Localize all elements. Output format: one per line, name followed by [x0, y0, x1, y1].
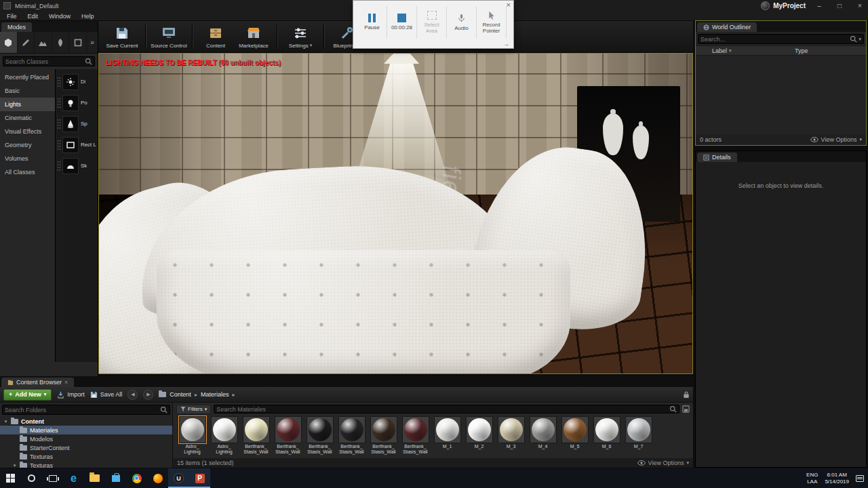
- material-thumbnail[interactable]: [530, 416, 557, 443]
- category-cinematic[interactable]: Cinematic: [0, 111, 55, 125]
- caret-down-icon[interactable]: ▾: [859, 37, 861, 42]
- world-outliner-search-input[interactable]: [701, 36, 848, 43]
- material-thumbnail[interactable]: [243, 416, 270, 443]
- material-thumbnail[interactable]: [402, 416, 429, 443]
- folder-row-content[interactable]: ▾Content: [0, 417, 172, 426]
- add-new-button[interactable]: + Add New ▾: [3, 389, 52, 401]
- material-thumbnail[interactable]: [211, 416, 238, 443]
- drag-grip-icon[interactable]: [57, 140, 60, 150]
- select-area-button[interactable]: Select Area: [417, 6, 447, 39]
- drag-grip-icon[interactable]: [57, 98, 60, 108]
- drag-grip-icon[interactable]: [57, 119, 60, 129]
- view-options-button[interactable]: View Options ▾: [810, 136, 862, 143]
- record-pointer-button[interactable]: Record Pointer: [477, 6, 507, 39]
- back-button[interactable]: ◀: [127, 390, 138, 400]
- store-button[interactable]: [105, 468, 126, 488]
- asset-tile-astro-lighting-1[interactable]: Astro_Lighting: [177, 416, 208, 458]
- search-folders-input[interactable]: [5, 407, 159, 413]
- breadcrumb-materiales[interactable]: Materiales: [201, 391, 229, 398]
- material-thumbnail[interactable]: [593, 416, 620, 443]
- save-search-icon[interactable]: [682, 405, 690, 413]
- start-button[interactable]: [0, 468, 21, 488]
- menu-file[interactable]: File: [7, 13, 17, 20]
- folder-row-startercontent[interactable]: StarterContent: [0, 443, 172, 452]
- folder-row-modelos[interactable]: Modelos: [0, 434, 172, 443]
- mode-tab-foliage[interactable]: [52, 32, 70, 53]
- taskbar-search-button[interactable]: [21, 468, 42, 488]
- mode-tab-place[interactable]: [0, 32, 18, 53]
- clock[interactable]: 6:01 AM 5/14/2019: [825, 472, 849, 485]
- material-thumbnail[interactable]: [434, 416, 461, 443]
- tab-modes[interactable]: Modes: [1, 22, 32, 32]
- asset-tile-bertfrank-2[interactable]: Bertfrank_Stasis_Wall: [273, 416, 303, 458]
- folder-row-texturas[interactable]: Texturas: [0, 452, 172, 461]
- light-item-rect[interactable]: Rect L: [56, 134, 98, 155]
- asset-tile-astro-lighting-2[interactable]: Astro_Lighting: [209, 416, 239, 458]
- close-tab-icon[interactable]: ×: [64, 379, 68, 386]
- material-thumbnail[interactable]: [498, 416, 525, 443]
- tab-details[interactable]: Details: [697, 152, 737, 162]
- asset-tile-m3[interactable]: M_3: [496, 416, 526, 458]
- drag-grip-icon[interactable]: [57, 77, 60, 87]
- material-thumbnail[interactable]: [625, 416, 652, 443]
- asset-tile-m5[interactable]: M_5: [559, 416, 590, 458]
- tab-world-outliner[interactable]: World Outliner: [697, 22, 757, 32]
- menu-help[interactable]: Help: [81, 13, 94, 20]
- crumb-arrow-icon[interactable]: ▸: [232, 392, 235, 398]
- content-button[interactable]: Content: [197, 22, 234, 52]
- filters-button[interactable]: Filters ▾: [176, 405, 211, 414]
- asset-tile-bertfrank-5[interactable]: Bertfrank_Stasis_Wall: [368, 416, 399, 458]
- recorder-expand-icon[interactable]: →: [502, 41, 509, 47]
- asset-tile-bertfrank-3[interactable]: Bertfrank_Stasis_Wall: [304, 416, 335, 458]
- mode-tab-geometry[interactable]: [69, 32, 87, 53]
- drag-grip-icon[interactable]: [57, 161, 60, 171]
- world-outliner-list[interactable]: [696, 56, 866, 134]
- category-recently-placed[interactable]: Recently Placed: [0, 70, 55, 84]
- asset-tile-m2[interactable]: M_2: [464, 416, 494, 458]
- menu-edit[interactable]: Edit: [28, 13, 39, 20]
- expand-arrow-icon[interactable]: ▾: [3, 419, 8, 424]
- asset-tile-m7[interactable]: M_7: [623, 416, 654, 458]
- asset-tile-bertfrank-4[interactable]: Bertfrank_Stasis_Wall: [336, 416, 367, 458]
- firefox-button[interactable]: [147, 468, 168, 488]
- close-button[interactable]: ×: [853, 1, 867, 11]
- mode-tab-landscape[interactable]: [35, 32, 52, 53]
- expand-arrow-icon[interactable]: ▾: [12, 463, 17, 468]
- lock-sources-icon[interactable]: [683, 391, 690, 399]
- mode-tab-paint[interactable]: [18, 32, 35, 53]
- minimize-button[interactable]: –: [812, 1, 826, 11]
- column-header-type[interactable]: Type: [795, 47, 866, 54]
- folder-row-texturas-2[interactable]: ▾Texturas: [0, 461, 172, 468]
- asset-tile-m4[interactable]: M_4: [528, 416, 558, 458]
- column-header-label[interactable]: Label▾: [696, 47, 795, 54]
- search-classes-input[interactable]: [5, 58, 83, 65]
- asset-tile-m1[interactable]: M_1: [432, 416, 462, 458]
- audio-button[interactable]: Audio: [447, 6, 477, 39]
- pause-button[interactable]: Pause: [357, 6, 387, 39]
- breadcrumb-content[interactable]: Content: [170, 391, 191, 398]
- light-item-spot[interactable]: Sp: [56, 113, 98, 134]
- language-indicator[interactable]: ENG LAA: [806, 472, 818, 485]
- category-geometry[interactable]: Geometry: [0, 138, 55, 152]
- category-lights[interactable]: Lights: [0, 98, 55, 111]
- tab-content-browser[interactable]: Content Browser ×: [1, 378, 74, 387]
- view-options-button[interactable]: View Options ▾: [637, 460, 689, 466]
- notification-center-icon[interactable]: [856, 475, 864, 482]
- save-all-button[interactable]: Save All: [90, 391, 123, 399]
- material-thumbnail[interactable]: [466, 416, 493, 443]
- asset-tile-bertfrank-6[interactable]: Bertfrank_Stasis_Wall: [400, 416, 431, 458]
- material-thumbnail[interactable]: [561, 416, 589, 443]
- marketplace-button[interactable]: Marketplace: [235, 22, 272, 52]
- light-item-directional[interactable]: Di: [56, 71, 98, 92]
- unreal-engine-button[interactable]: U: [168, 468, 189, 488]
- powerpoint-button[interactable]: P: [189, 468, 210, 488]
- light-item-point[interactable]: Po: [56, 92, 98, 113]
- category-basic[interactable]: Basic: [0, 84, 55, 98]
- material-thumbnail[interactable]: [275, 416, 302, 443]
- material-thumbnail[interactable]: [179, 416, 206, 443]
- task-view-button[interactable]: [42, 468, 63, 488]
- material-thumbnail[interactable]: [338, 416, 366, 443]
- asset-tile-bertfrank-1[interactable]: Bertfrank_Stasis_Wall: [241, 416, 271, 458]
- search-assets-input[interactable]: [216, 406, 668, 413]
- light-item-sky[interactable]: Sk: [56, 155, 98, 176]
